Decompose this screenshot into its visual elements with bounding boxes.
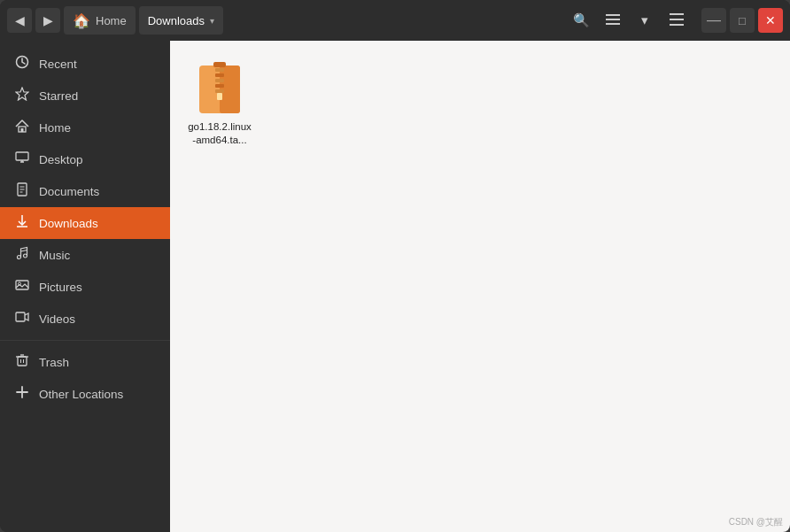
svg-line-21 xyxy=(21,251,27,252)
content-area: Recent Starred Home xyxy=(0,41,790,532)
sidebar-item-trash-label: Trash xyxy=(39,356,69,369)
sidebar-item-starred[interactable]: Starred xyxy=(0,80,170,112)
svg-rect-4 xyxy=(670,19,684,20)
home-button[interactable]: 🏠 Home xyxy=(64,6,136,35)
back-button[interactable]: ◀ xyxy=(7,8,32,33)
sidebar-item-pictures-label: Pictures xyxy=(39,281,82,294)
search-button[interactable]: 🔍 xyxy=(567,6,595,35)
sidebar-item-home-label: Home xyxy=(39,121,71,135)
titlebar-right: 🔍 ▾ xyxy=(567,6,691,35)
watermark: CSDN @艾醒 xyxy=(729,516,783,528)
hamburger-icon xyxy=(670,13,684,28)
home-icon: 🏠 xyxy=(73,12,90,29)
sidebar-item-recent[interactable]: Recent xyxy=(0,48,170,80)
sidebar-item-trash[interactable]: Trash xyxy=(0,346,170,378)
svg-marker-7 xyxy=(16,88,28,100)
svg-point-19 xyxy=(18,256,21,259)
svg-rect-39 xyxy=(215,89,224,93)
recent-icon xyxy=(14,55,30,73)
svg-rect-25 xyxy=(18,357,27,366)
svg-rect-9 xyxy=(21,128,24,132)
menu-button[interactable] xyxy=(662,6,691,35)
sidebar-item-home[interactable]: Home xyxy=(0,112,170,143)
titlebar: ◀ ▶ 🏠 Home Downloads ▾ 🔍 xyxy=(0,0,790,41)
view-options-icon: ▾ xyxy=(641,12,648,28)
sidebar-item-music-label: Music xyxy=(39,249,70,262)
svg-rect-35 xyxy=(215,68,224,72)
sidebar-item-recent-label: Recent xyxy=(39,58,77,71)
close-button[interactable]: ✕ xyxy=(758,8,783,33)
minimize-button[interactable]: — xyxy=(701,8,726,33)
view-options-button[interactable]: ▾ xyxy=(631,6,659,35)
file-grid: go1.18.2.linux-amd64.ta... xyxy=(184,55,776,154)
sidebar-item-documents-label: Documents xyxy=(39,185,99,198)
list-view-icon xyxy=(606,12,620,29)
sidebar-item-music[interactable]: Music xyxy=(0,239,170,271)
list-item[interactable]: go1.18.2.linux-amd64.ta... xyxy=(184,55,255,154)
starred-icon xyxy=(14,87,30,104)
sidebar-item-downloads-label: Downloads xyxy=(39,217,98,230)
file-manager-window: ◀ ▶ 🏠 Home Downloads ▾ 🔍 xyxy=(0,0,790,532)
music-icon xyxy=(14,246,30,264)
forward-icon: ▶ xyxy=(43,13,53,27)
trash-icon xyxy=(14,353,30,371)
sidebar-item-downloads[interactable]: Downloads xyxy=(0,207,170,239)
home-sidebar-icon xyxy=(14,119,30,136)
back-icon: ◀ xyxy=(15,13,25,27)
pictures-icon xyxy=(14,278,30,296)
file-label: go1.18.2.linux-amd64.ta... xyxy=(188,120,252,147)
sidebar-item-other-locations-label: Other Locations xyxy=(39,388,123,401)
svg-rect-3 xyxy=(670,13,684,15)
svg-rect-10 xyxy=(16,152,28,160)
breadcrumb-label: Downloads xyxy=(148,14,205,27)
downloads-icon xyxy=(14,214,30,232)
sidebar-item-desktop[interactable]: Desktop xyxy=(0,143,170,175)
sidebar-divider xyxy=(0,340,170,341)
search-icon: 🔍 xyxy=(573,12,590,28)
svg-rect-38 xyxy=(215,84,224,88)
maximize-button[interactable]: □ xyxy=(730,8,755,33)
svg-rect-36 xyxy=(215,73,224,77)
downloads-breadcrumb[interactable]: Downloads ▾ xyxy=(139,6,223,35)
other-locations-icon xyxy=(14,385,30,403)
file-area: go1.18.2.linux-amd64.ta... xyxy=(170,41,790,532)
sidebar-item-videos-label: Videos xyxy=(39,312,75,326)
breadcrumb-arrow-icon: ▾ xyxy=(210,16,214,26)
sidebar-item-documents[interactable]: Documents xyxy=(0,175,170,207)
home-label: Home xyxy=(96,14,127,27)
sidebar-item-other-locations[interactable]: Other Locations xyxy=(0,378,170,410)
sidebar: Recent Starred Home xyxy=(0,41,170,532)
svg-rect-0 xyxy=(606,14,620,16)
window-controls: — □ ✕ xyxy=(701,8,783,33)
sidebar-item-videos[interactable]: Videos xyxy=(0,303,170,335)
svg-rect-40 xyxy=(217,93,222,100)
list-view-button[interactable] xyxy=(599,6,627,35)
svg-rect-5 xyxy=(670,24,684,26)
svg-rect-34 xyxy=(213,62,226,67)
svg-rect-24 xyxy=(16,312,25,321)
videos-icon xyxy=(14,310,30,328)
sidebar-item-starred-label: Starred xyxy=(39,89,78,103)
forward-button[interactable]: ▶ xyxy=(35,8,60,33)
documents-icon xyxy=(14,182,30,200)
desktop-icon xyxy=(14,150,30,168)
svg-rect-22 xyxy=(16,281,28,289)
svg-rect-2 xyxy=(606,23,620,25)
svg-rect-1 xyxy=(606,19,620,20)
sidebar-item-desktop-label: Desktop xyxy=(39,153,83,166)
svg-rect-37 xyxy=(215,79,224,82)
file-icon-archive xyxy=(196,62,244,117)
sidebar-item-pictures[interactable]: Pictures xyxy=(0,271,170,303)
